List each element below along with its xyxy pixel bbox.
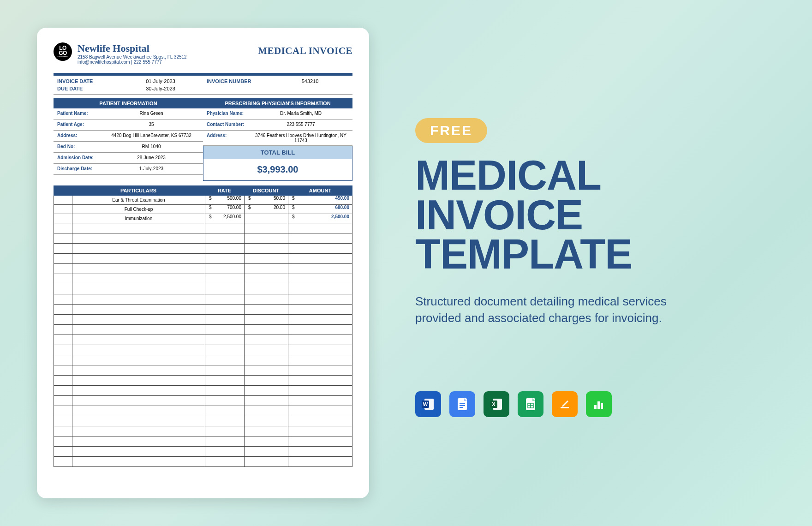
free-badge: FREE: [415, 118, 487, 143]
empty-row: [54, 254, 352, 264]
google-sheets-icon[interactable]: [518, 391, 543, 417]
col-amount: AMOUNT: [288, 185, 352, 196]
empty-row: [54, 365, 352, 376]
empty-row: [54, 274, 352, 284]
value-discharge: 1-July-2023: [100, 164, 203, 174]
value-invoice-number: 543210: [268, 78, 352, 85]
label-discharge: Discharge Date:: [54, 164, 100, 174]
value-patient-age: 35: [100, 120, 203, 130]
template-title: MEDICAL INVOICE TEMPLATE: [415, 156, 775, 275]
label-physician-address: Address:: [203, 131, 249, 145]
app-icon-row: W X: [415, 391, 775, 417]
logo-icon: LO GO LOGO COMPANY: [54, 42, 72, 61]
empty-row: [54, 416, 352, 426]
empty-row: [54, 315, 352, 325]
svg-text:W: W: [423, 401, 428, 407]
value-physician-name: Dr. Maria Smith, MD: [249, 108, 352, 119]
invoice-preview: LO GO LOGO COMPANY Newlife Hospital 2158…: [37, 28, 369, 498]
value-invoice-date: 01-July-2023: [118, 78, 203, 85]
line-item-row: Immunization$2,500.00$2,500.00: [54, 214, 352, 223]
hospital-name: Newlife Hospital: [78, 42, 187, 54]
col-rate: RATE: [205, 185, 244, 196]
empty-row: [54, 355, 352, 365]
value-admission: 28-June-2023: [100, 153, 203, 163]
physician-section-header: PRESCRIBING PHYSICIAN'S INFORMATION: [203, 98, 352, 108]
pages-icon[interactable]: [552, 391, 578, 417]
numbers-icon[interactable]: [586, 391, 612, 417]
col-discount: DISCOUNT: [244, 185, 288, 196]
empty-row: [54, 233, 352, 244]
empty-row: [54, 325, 352, 335]
marketing-panel: FREE MEDICAL INVOICE TEMPLATE Structured…: [415, 109, 775, 417]
label-invoice-date: INVOICE DATE: [57, 78, 114, 85]
svg-rect-5: [460, 405, 465, 406]
word-icon[interactable]: W: [415, 391, 441, 417]
label-patient-address: Address:: [54, 131, 100, 141]
empty-row: [54, 223, 352, 233]
svg-text:X: X: [492, 401, 496, 407]
empty-row: [54, 305, 352, 315]
empty-row: [54, 386, 352, 396]
empty-row: [54, 447, 352, 457]
empty-row: [54, 457, 352, 467]
label-patient-name: Patient Name:: [54, 108, 100, 119]
hospital-contact: info@newlifehospital.com | 222 555 7777: [78, 60, 187, 65]
empty-row: [54, 345, 352, 355]
empty-row: [54, 426, 352, 436]
svg-rect-15: [594, 405, 597, 409]
value-patient-name: Rina Green: [100, 108, 203, 119]
line-item-row: Ear & Throat Examination$500.00$50.00$45…: [54, 196, 352, 205]
svg-rect-14: [561, 407, 569, 408]
label-patient-age: Patient Age:: [54, 120, 100, 130]
empty-row: [54, 244, 352, 254]
value-contact-number: 223 555 7777: [249, 120, 352, 130]
empty-row: [54, 284, 352, 294]
value-patient-address: 4420 Dog Hill LaneBrewster, KS 67732: [100, 131, 203, 141]
template-description: Structured document detailing medical se…: [415, 293, 701, 327]
svg-rect-17: [601, 403, 603, 409]
excel-icon[interactable]: X: [484, 391, 509, 417]
empty-row: [54, 396, 352, 406]
line-item-row: Full Check-up$700.00$20.00$680.00: [54, 205, 352, 214]
svg-rect-4: [460, 403, 465, 404]
col-particulars: PARTICULARS: [72, 185, 205, 196]
empty-row: [54, 264, 352, 274]
svg-rect-6: [460, 407, 463, 408]
label-due-date: DUE DATE: [57, 85, 114, 92]
empty-row: [54, 436, 352, 447]
label-physician-name: Physician Name:: [203, 108, 249, 119]
empty-row: [54, 406, 352, 416]
label-contact-number: Contact Number:: [203, 120, 249, 130]
empty-row: [54, 335, 352, 345]
empty-row: [54, 294, 352, 305]
hospital-address: 2158 Bagwell Avenue Weekiwachee Spgs., F…: [78, 54, 187, 60]
svg-rect-16: [597, 401, 600, 409]
value-physician-address: 3746 Feathers Hooves Drive Huntington, N…: [249, 131, 352, 145]
total-bill-value: $3,993.00: [203, 159, 352, 180]
label-bed-no: Bed No:: [54, 142, 100, 152]
label-invoice-number: INVOICE NUMBER: [207, 78, 264, 85]
value-due-date: 30-July-2023: [118, 85, 203, 92]
label-admission: Admission Date:: [54, 153, 100, 163]
document-title: MEDICAL INVOICE: [258, 42, 352, 57]
google-docs-icon[interactable]: [449, 391, 475, 417]
patient-section-header: PATIENT INFORMATION: [54, 98, 203, 108]
total-bill-header: TOTAL BILL: [203, 146, 352, 159]
value-bed-no: RM-1040: [100, 142, 203, 152]
empty-row: [54, 376, 352, 386]
